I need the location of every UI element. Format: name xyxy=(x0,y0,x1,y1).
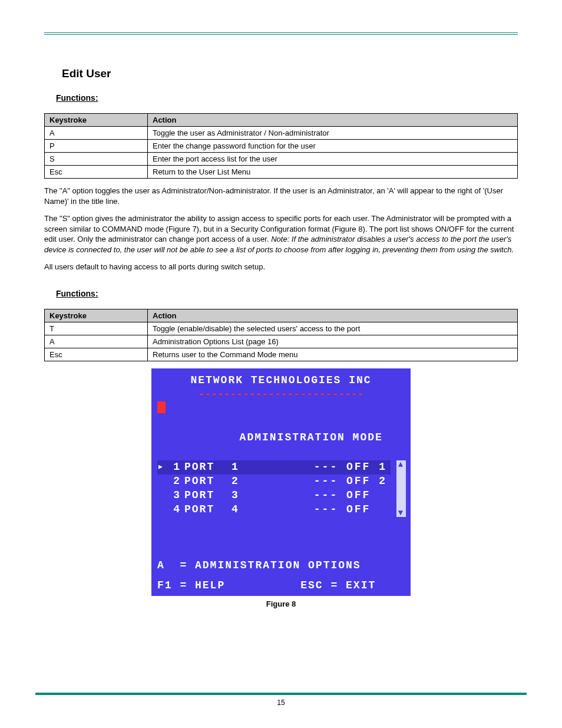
table-row: A Toggle the user as Administrator / Non… xyxy=(45,127,518,140)
port-label: PORT xyxy=(184,460,232,474)
port-index: 4 xyxy=(169,502,184,516)
paragraph: The "A" option toggles the user as Admin… xyxy=(44,186,518,206)
cell-action: Enter the port access list for the user xyxy=(148,153,518,166)
note-label: Note: xyxy=(271,235,289,243)
port-row[interactable]: 4 PORT 4 --- OFF xyxy=(157,503,391,517)
port-index: 3 xyxy=(169,488,184,502)
table-row: T Toggle (enable/disable) the selected u… xyxy=(45,322,518,335)
terminal-divider: -------------------------- xyxy=(157,387,405,401)
cell-action: Enter the change password function for t… xyxy=(148,140,518,153)
port-index: 2 xyxy=(169,474,184,488)
table-row: Esc Return to the User List Menu xyxy=(45,166,518,179)
cell-action: Administration Options List (page 16) xyxy=(148,335,518,348)
port-row[interactable]: 2 PORT 2 --- OFF 2 xyxy=(157,475,391,489)
cell-key: Esc xyxy=(45,348,148,361)
terminal-company: NETWORK TECHNOLOGIES INC xyxy=(157,373,405,387)
scroll-down-icon[interactable]: ▼ xyxy=(398,509,404,517)
port-status: --- OFF 1 xyxy=(267,460,391,474)
port-label: PORT xyxy=(184,488,232,502)
cell-action: Returns user to the Command Mode menu xyxy=(148,348,518,361)
caret-spacer xyxy=(157,502,169,516)
section-title: Edit User xyxy=(62,67,518,80)
terminal-help-line: F1 = HELP ESC = EXIT xyxy=(157,578,405,592)
cell-key: A xyxy=(45,127,148,140)
table-row: S Enter the port access list for the use… xyxy=(45,153,518,166)
caret-right-icon: ▸ xyxy=(157,460,169,474)
terminal-screenshot: NETWORK TECHNOLOGIES INC ---------------… xyxy=(151,368,411,608)
cell-key: T xyxy=(45,322,148,335)
terminal-port-list: ▸ 1 PORT 1 --- OFF 1 2 PORT 2 --- OFF 2 … xyxy=(157,460,405,517)
cell-key: S xyxy=(45,153,148,166)
page-footer: 15 xyxy=(35,693,527,707)
caret-spacer xyxy=(157,474,169,488)
cell-key: Esc xyxy=(45,166,148,179)
cell-key: A xyxy=(45,335,148,348)
port-number: 4 xyxy=(232,502,267,516)
scroll-up-icon[interactable]: ▲ xyxy=(398,460,404,469)
port-index: 1 xyxy=(169,460,184,474)
paragraph: The "S" option gives the administrator t… xyxy=(44,213,518,255)
top-divider xyxy=(44,32,518,35)
paragraph: All users default to having access to al… xyxy=(44,262,518,272)
table-row: A Administration Options List (page 16) xyxy=(45,335,518,348)
terminal-scrollbar[interactable]: ▲ ▼ xyxy=(396,460,406,517)
th-keystroke: Keystroke xyxy=(45,309,148,322)
page-number: 15 xyxy=(35,699,527,707)
cell-action: Toggle (enable/disable) the selected use… xyxy=(148,322,518,335)
port-status: --- OFF 2 xyxy=(267,474,391,488)
table-row: Esc Returns user to the Command Mode men… xyxy=(45,348,518,361)
cell-key: P xyxy=(45,140,148,153)
caret-spacer xyxy=(157,488,169,502)
cell-action: Return to the User List Menu xyxy=(148,166,518,179)
bottom-divider xyxy=(35,693,527,695)
figure-caption: Figure 8 xyxy=(151,599,411,608)
edit-user-functions-label: Functions: xyxy=(56,93,518,103)
port-status: --- OFF xyxy=(267,488,391,502)
terminal-mode-text: ADMINISTRATION MODE xyxy=(240,431,383,443)
port-number: 3 xyxy=(232,488,267,502)
port-number: 2 xyxy=(232,474,267,488)
port-row[interactable]: ▸ 1 PORT 1 --- OFF 1 xyxy=(157,460,391,475)
port-number: 1 xyxy=(232,460,267,474)
port-status: --- OFF xyxy=(267,502,391,516)
port-access-functions-label: Functions: xyxy=(56,289,518,298)
port-row[interactable]: 3 PORT 3 --- OFF xyxy=(157,489,391,503)
terminal-admin-options: A = ADMINISTRATION OPTIONS xyxy=(157,558,405,572)
cell-action: Toggle the user as Administrator / Non-a… xyxy=(148,127,518,140)
th-action: Action xyxy=(148,309,518,322)
port-label: PORT xyxy=(184,474,232,488)
table-row: P Enter the change password function for… xyxy=(45,140,518,153)
cursor-icon xyxy=(157,401,166,413)
terminal-mode: ADMINISTRATION MODE xyxy=(157,401,405,459)
port-label: PORT xyxy=(184,502,232,516)
port-access-functions-table: Keystroke Action T Toggle (enable/disabl… xyxy=(44,309,518,361)
edit-user-functions-table: Keystroke Action A Toggle the user as Ad… xyxy=(44,113,518,179)
th-action: Action xyxy=(148,114,518,127)
th-keystroke: Keystroke xyxy=(45,114,148,127)
